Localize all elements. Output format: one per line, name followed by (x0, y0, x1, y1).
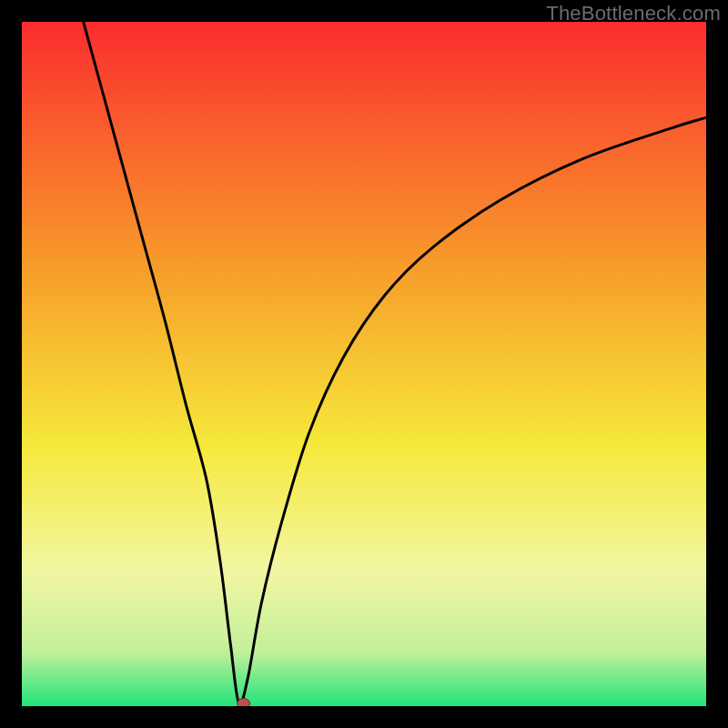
chart-svg (22, 22, 706, 706)
optimal-point-marker (238, 698, 250, 706)
chart-plot (22, 22, 706, 706)
gradient-background (22, 22, 706, 706)
chart-frame: TheBottleneck.com (0, 0, 728, 728)
